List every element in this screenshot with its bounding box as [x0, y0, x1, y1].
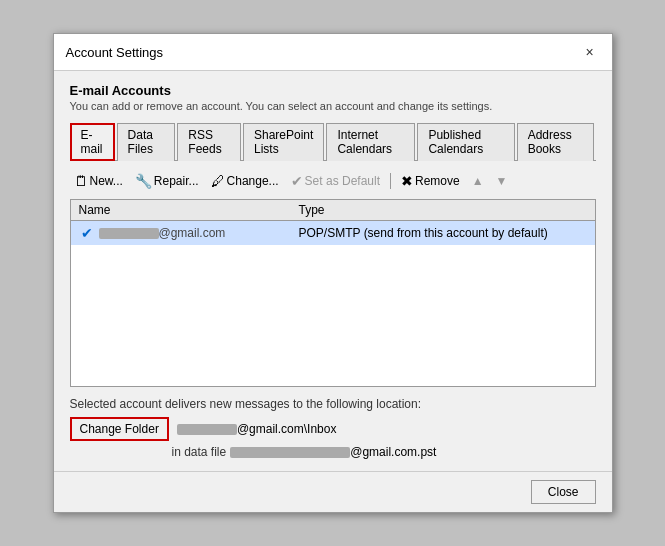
tab-published-calendars[interactable]: Published Calendars [417, 123, 514, 161]
folder-path: @gmail.com\Inbox [177, 422, 337, 436]
folder-row: Change Folder @gmail.com\Inbox [70, 417, 596, 441]
section-desc: You can add or remove an account. You ca… [70, 100, 596, 112]
account-table: Name Type ✔ @gmail.com POP/SMTP (send fr… [70, 199, 596, 387]
col-header-type: Type [299, 203, 587, 217]
data-file-blurred [230, 447, 350, 458]
remove-label: Remove [415, 174, 460, 188]
new-icon: 🗒 [74, 173, 88, 189]
tab-email[interactable]: E-mail [70, 123, 115, 161]
tab-sharepoint-lists[interactable]: SharePoint Lists [243, 123, 324, 161]
folder-suffix: @gmail.com\Inbox [237, 422, 337, 436]
remove-button[interactable]: ✖ Remove [397, 171, 464, 191]
row-type: POP/SMTP (send from this account by defa… [299, 226, 587, 240]
down-icon: ▼ [496, 174, 508, 188]
account-settings-dialog: Account Settings × E-mail Accounts You c… [53, 33, 613, 513]
section-title: E-mail Accounts [70, 83, 596, 98]
toolbar-separator [390, 173, 391, 189]
tab-internet-calendars[interactable]: Internet Calendars [326, 123, 415, 161]
delivers-label: Selected account delivers new messages t… [70, 397, 596, 411]
row-name: @gmail.com [99, 226, 299, 240]
data-file-value: @gmail.com.pst [230, 445, 436, 459]
change-label: Change... [227, 174, 279, 188]
dialog-footer: Close [54, 471, 612, 512]
move-up-button[interactable]: ▲ [468, 172, 488, 190]
change-button[interactable]: 🖊 Change... [207, 171, 283, 191]
table-header: Name Type [71, 200, 595, 221]
window-close-button[interactable]: × [580, 42, 600, 62]
row-check-icon: ✔ [79, 225, 95, 241]
name-suffix: @gmail.com [159, 226, 226, 240]
dialog-body: E-mail Accounts You can add or remove an… [54, 71, 612, 471]
repair-label: Repair... [154, 174, 199, 188]
dialog-title: Account Settings [66, 45, 164, 60]
table-row[interactable]: ✔ @gmail.com POP/SMTP (send from this ac… [71, 221, 595, 245]
move-down-button[interactable]: ▼ [492, 172, 512, 190]
toolbar: 🗒 New... 🔧 Repair... 🖊 Change... ✔ Set a… [70, 169, 596, 193]
tab-rss-feeds[interactable]: RSS Feeds [177, 123, 241, 161]
set-default-icon: ✔ [291, 173, 303, 189]
up-icon: ▲ [472, 174, 484, 188]
tab-bar: E-mail Data Files RSS Feeds SharePoint L… [70, 122, 596, 161]
new-label: New... [90, 174, 123, 188]
new-button[interactable]: 🗒 New... [70, 171, 127, 191]
title-bar: Account Settings × [54, 34, 612, 71]
data-file-suffix: @gmail.com.pst [350, 445, 436, 459]
repair-icon: 🔧 [135, 173, 152, 189]
data-file-row: in data file @gmail.com.pst [72, 445, 596, 459]
folder-blurred [177, 424, 237, 435]
col-header-name: Name [79, 203, 299, 217]
set-default-button[interactable]: ✔ Set as Default [287, 171, 384, 191]
set-default-label: Set as Default [305, 174, 380, 188]
data-file-label: in data file [172, 445, 227, 459]
change-icon: 🖊 [211, 173, 225, 189]
close-button[interactable]: Close [531, 480, 596, 504]
change-folder-button[interactable]: Change Folder [70, 417, 169, 441]
tab-data-files[interactable]: Data Files [117, 123, 176, 161]
name-blurred [99, 228, 159, 239]
tab-address-books[interactable]: Address Books [517, 123, 594, 161]
repair-button[interactable]: 🔧 Repair... [131, 171, 203, 191]
remove-icon: ✖ [401, 173, 413, 189]
